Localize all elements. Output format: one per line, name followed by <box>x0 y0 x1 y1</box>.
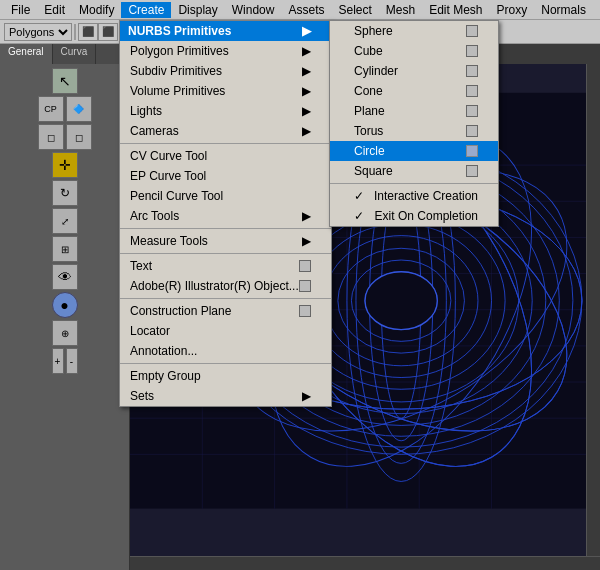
menu-illustrator[interactable]: Adobe(R) Illustrator(R) Object... <box>120 276 331 296</box>
option-box <box>299 305 311 317</box>
arrow-icon: ▶ <box>302 209 311 223</box>
menu-subdiv-primitives[interactable]: Subdiv Primitives ▶ <box>120 61 331 81</box>
submenu-circle[interactable]: Circle <box>330 141 498 161</box>
separator-1 <box>120 143 331 144</box>
menu-cameras[interactable]: Cameras ▶ <box>120 121 331 141</box>
menu-polygon-primitives[interactable]: Polygon Primitives ▶ <box>120 41 331 61</box>
menu-volume-primitives[interactable]: Volume Primitives ▶ <box>120 81 331 101</box>
menu-annotation[interactable]: Annotation... <box>120 341 331 361</box>
option-box <box>299 260 311 272</box>
option-box <box>466 45 478 57</box>
check-icon: ✓ <box>354 189 364 203</box>
menu-locator[interactable]: Locator <box>120 321 331 341</box>
tool-rotate[interactable]: ↻ <box>52 180 78 206</box>
submenu-sphere[interactable]: Sphere <box>330 21 498 41</box>
menu-pencil-curve[interactable]: Pencil Curve Tool <box>120 186 331 206</box>
menu-text[interactable]: Text <box>120 256 331 276</box>
separator-3 <box>120 253 331 254</box>
tool-render[interactable]: ● <box>52 292 78 318</box>
arrow-icon: ▶ <box>302 64 311 78</box>
separator-5 <box>120 363 331 364</box>
create-menu: NURBS Primitives ▶ Polygon Primitives ▶ … <box>119 20 332 407</box>
menu-arc-tools[interactable]: Arc Tools ▶ <box>120 206 331 226</box>
menu-empty-group[interactable]: Empty Group <box>120 366 331 386</box>
menubar: File Edit Modify Create Display Window A… <box>0 0 600 20</box>
tool-show-hide[interactable]: 👁 <box>52 264 78 290</box>
menu-nurbs-primitives[interactable]: NURBS Primitives ▶ <box>120 21 331 41</box>
menu-mesh[interactable]: Mesh <box>379 2 422 18</box>
option-box <box>466 85 478 97</box>
submenu-exit-on-completion[interactable]: ✓ Exit On Completion <box>330 206 498 226</box>
menu-sets[interactable]: Sets ▶ <box>120 386 331 406</box>
arrow-icon: ▶ <box>302 104 311 118</box>
arrow-icon: ▶ <box>302 24 311 38</box>
menu-display[interactable]: Display <box>171 2 224 18</box>
scrollbar-vertical[interactable] <box>586 64 600 556</box>
nurbs-submenu: Sphere Cube Cylinder Cone Plane Torus Ci… <box>329 20 499 227</box>
toolbar-btn-1[interactable]: ⬛ <box>78 23 98 41</box>
tool-last[interactable]: ⊞ <box>52 236 78 262</box>
arrow-icon: ▶ <box>302 44 311 58</box>
tool-minus[interactable]: - <box>66 348 78 374</box>
arrow-icon: ▶ <box>302 389 311 403</box>
menu-editmesh[interactable]: Edit Mesh <box>422 2 489 18</box>
tool-btn-b[interactable]: 🔷 <box>66 96 92 122</box>
menu-create[interactable]: Create <box>121 2 171 18</box>
arrow-icon: ▶ <box>302 124 311 138</box>
scrollbar-horizontal[interactable] <box>130 556 600 570</box>
tool-btn-d[interactable]: ◻ <box>66 124 92 150</box>
submenu-cube[interactable]: Cube <box>330 41 498 61</box>
menu-normals[interactable]: Normals <box>534 2 593 18</box>
separator-4 <box>120 298 331 299</box>
tab-general[interactable]: General <box>0 44 53 64</box>
tool-btn-c[interactable]: ◻ <box>38 124 64 150</box>
option-box <box>466 145 478 157</box>
option-box <box>466 65 478 77</box>
option-box <box>466 105 478 117</box>
option-box <box>466 25 478 37</box>
option-box <box>299 280 311 292</box>
menu-construction-plane[interactable]: Construction Plane <box>120 301 331 321</box>
menu-lights[interactable]: Lights ▶ <box>120 101 331 121</box>
panel-left: General Curva ↖ CP 🔷 ◻ ◻ ✛ ↻ ⤢ ⊞ 👁 ● ⊕ +… <box>0 44 130 570</box>
mode-dropdown[interactable]: Polygons <box>4 23 72 41</box>
submenu-sep <box>330 183 498 184</box>
toolbar-btn-2[interactable]: ⬛ <box>98 23 118 41</box>
submenu-cylinder[interactable]: Cylinder <box>330 61 498 81</box>
menu-select[interactable]: Select <box>331 2 378 18</box>
separator-2 <box>120 228 331 229</box>
arrow-icon: ▶ <box>302 84 311 98</box>
submenu-square[interactable]: Square <box>330 161 498 181</box>
tab-curva[interactable]: Curva <box>53 44 97 64</box>
tool-btn-a[interactable]: CP <box>38 96 64 122</box>
submenu-interactive-creation[interactable]: ✓ Interactive Creation <box>330 186 498 206</box>
arrow-icon: ▶ <box>302 234 311 248</box>
menu-window[interactable]: Window <box>225 2 282 18</box>
menu-file[interactable]: File <box>4 2 37 18</box>
menu-ep-curve[interactable]: EP Curve Tool <box>120 166 331 186</box>
option-box <box>466 125 478 137</box>
tool-select[interactable]: ↖ <box>52 68 78 94</box>
submenu-plane[interactable]: Plane <box>330 101 498 121</box>
menu-proxy[interactable]: Proxy <box>490 2 535 18</box>
menu-co[interactable]: Co <box>593 2 600 18</box>
menu-measure-tools[interactable]: Measure Tools ▶ <box>120 231 331 251</box>
check-icon: ✓ <box>354 209 364 223</box>
panel-tabs: General Curva <box>0 44 129 64</box>
submenu-cone[interactable]: Cone <box>330 81 498 101</box>
tool-script[interactable]: ⊕ <box>52 320 78 346</box>
submenu-torus[interactable]: Torus <box>330 121 498 141</box>
menu-assets[interactable]: Assets <box>281 2 331 18</box>
svg-point-40 <box>365 272 437 330</box>
tool-move[interactable]: ✛ <box>52 152 78 178</box>
option-box <box>466 165 478 177</box>
menu-cv-curve[interactable]: CV Curve Tool <box>120 146 331 166</box>
menu-modify[interactable]: Modify <box>72 2 121 18</box>
tool-add[interactable]: + <box>52 348 64 374</box>
menu-edit[interactable]: Edit <box>37 2 72 18</box>
tool-scale[interactable]: ⤢ <box>52 208 78 234</box>
